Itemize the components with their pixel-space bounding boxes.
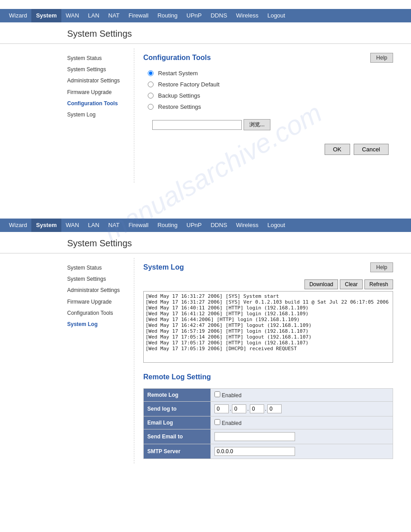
nav-firewall[interactable]: Firewall [124,9,153,22]
radio-group: Restart System Restore Factory Default B… [148,70,393,110]
sidebar-item-admin-settings[interactable]: Administrator Settings [67,75,134,86]
send-log-to-value: . . . [211,402,393,416]
radio-backup-label: Backup Settings [158,92,200,99]
nav2-lan[interactable]: LAN [84,219,104,232]
nav-logout[interactable]: Logout [263,9,290,22]
nav2-wizard[interactable]: Wizard [4,219,31,232]
table-row: Send log to . . . [144,402,393,416]
radio-restore-factory-label: Restore Factory Default [158,81,219,88]
remote-log-title: Remote Log Setting [143,373,393,381]
file-path-input[interactable] [152,120,242,130]
email-log-value: Enabled [211,416,393,429]
ip-octet-4[interactable] [267,404,282,413]
nav2-logout[interactable]: Logout [263,219,290,232]
sidebar-top: System Status System Settings Administra… [67,48,134,183]
nav2-firewall[interactable]: Firewall [124,219,153,232]
nav-routing[interactable]: Routing [153,9,182,22]
nav2-wan[interactable]: WAN [61,219,84,232]
page-title-top: System Settings [0,22,411,44]
system-log-title: System Log [143,263,184,271]
remote-log-settings-table: Remote Log Enabled Send log to . [143,388,393,459]
radio-backup[interactable] [148,93,154,99]
sidebar2-item-system-status[interactable]: System Status [67,262,134,274]
nav2-routing[interactable]: Routing [153,219,182,232]
sidebar2-item-firmware-upgrade[interactable]: Firmware Upgrade [67,296,134,308]
sidebar-item-system-log[interactable]: System Log [67,109,134,120]
radio-restart-label: Restart System [158,70,198,77]
radio-restart[interactable] [148,70,154,76]
nav-lan[interactable]: LAN [84,9,104,22]
radio-restore-settings-label: Restore Settings [158,103,201,110]
sidebar2-item-admin-settings[interactable]: Administrator Settings [67,285,134,296]
help-button-top[interactable]: Help [370,53,393,63]
nav-wireless[interactable]: Wireless [231,9,263,22]
ip-octet-2[interactable] [232,404,246,413]
log-textarea[interactable] [143,291,393,363]
remote-log-checkbox[interactable] [214,391,220,397]
config-tools-title: Configuration Tools [143,54,211,62]
help-button-bottom[interactable]: Help [370,262,393,272]
sidebar-item-config-tools[interactable]: Configuration Tools [67,98,134,109]
nav-wan[interactable]: WAN [61,9,84,22]
table-row: Remote Log Enabled [144,389,393,402]
email-log-checkbox[interactable] [214,419,220,425]
sidebar2-item-config-tools[interactable]: Configuration Tools [67,308,134,319]
cancel-button[interactable]: Cancel [354,144,389,155]
radio-restore-settings[interactable] [148,104,154,110]
smtp-server-input[interactable] [214,447,295,456]
download-button[interactable]: Download [304,279,338,289]
log-toolbar: Download Clear Refresh [143,279,393,289]
send-email-to-label: Send Email to [144,429,211,444]
ok-button[interactable]: OK [325,144,350,155]
nav2-ddns[interactable]: DDNS [206,219,231,232]
smtp-server-label: SMTP Server [144,444,211,459]
nav-nat[interactable]: NAT [104,9,124,22]
table-row: SMTP Server [144,444,393,459]
nav2-wireless[interactable]: Wireless [231,219,263,232]
sidebar2-item-system-settings[interactable]: System Settings [67,274,134,285]
send-email-to-input[interactable] [214,432,295,441]
sidebar2-item-system-log[interactable]: System Log [67,319,134,330]
nav-system[interactable]: System [31,9,61,22]
smtp-server-value [211,444,393,459]
nav-wizard[interactable]: Wizard [4,9,31,22]
send-log-to-label: Send log to [144,402,211,416]
email-log-check-label: Enabled [222,420,241,426]
refresh-button[interactable]: Refresh [364,279,393,289]
bottom-navbar: Wizard System WAN LAN NAT Firewall Routi… [0,219,411,232]
sidebar-bottom: System Status System Settings Administra… [67,258,134,463]
send-email-to-value [211,429,393,444]
browse-button[interactable]: 浏览... [244,119,270,130]
remote-log-label: Remote Log [144,389,211,402]
nav2-system[interactable]: System [31,219,61,232]
sidebar-item-firmware-upgrade[interactable]: Firmware Upgrade [67,87,134,98]
page-title-bottom: System Settings [0,232,411,253]
nav2-upnp[interactable]: UPnP [182,219,206,232]
main-content-bottom: System Log Help Download Clear Refresh R… [134,258,402,463]
email-log-label: Email Log [144,416,211,429]
nav2-nat[interactable]: NAT [104,219,124,232]
table-row: Email Log Enabled [144,416,393,429]
radio-restore-factory[interactable] [148,82,154,87]
clear-button[interactable]: Clear [340,279,363,289]
main-content-top: Configuration Tools Help Restart System … [134,48,402,183]
sidebar-item-system-status[interactable]: System Status [67,53,134,64]
remote-log-value: Enabled [211,389,393,402]
nav-upnp[interactable]: UPnP [182,9,206,22]
top-navbar: Wizard System WAN LAN NAT Firewall Routi… [0,9,411,22]
table-row: Send Email to [144,429,393,444]
sidebar-item-system-settings[interactable]: System Settings [67,64,134,75]
nav-ddns[interactable]: DDNS [206,9,231,22]
remote-log-check-label: Enabled [222,392,241,399]
ip-octet-3[interactable] [250,404,264,413]
ip-octet-1[interactable] [214,404,229,413]
